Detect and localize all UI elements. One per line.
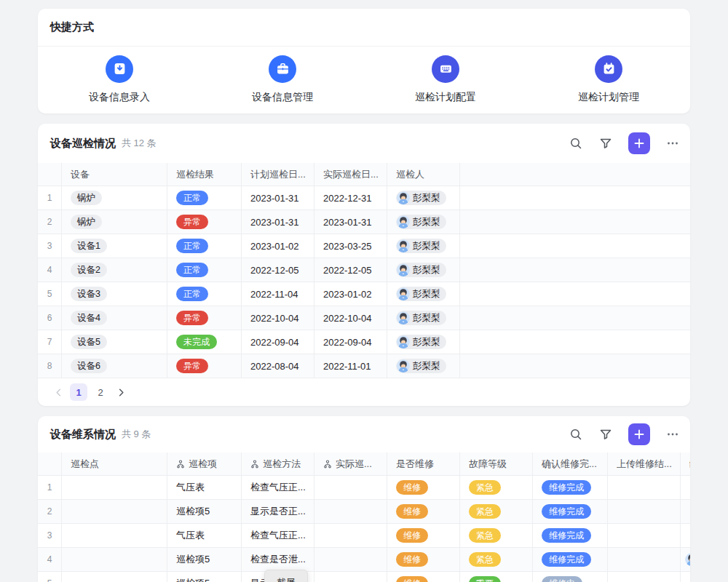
status-badge: 重要 [469,576,501,582]
next-page-icon[interactable] [114,383,128,401]
maintenance-title: 设备维系情况 [50,428,116,442]
shortcuts-row: 设备信息录入 设备信息管理 巡检计划配置 巡检计划管理 [38,47,690,112]
status-badge: 紧急 [469,528,501,543]
column-header-label: 故障等级 [469,458,507,471]
person-tag: 彭梨梨 [396,287,446,301]
shortcut-plan-manage[interactable]: 巡检计划管理 [527,55,690,104]
person-tag: 彭梨梨 [396,191,446,205]
table-row[interactable]: 4设备2正常2022-12-052022-12-05彭梨梨 [38,258,690,282]
badge-cell: 紧急 [460,476,533,499]
person-tag: 彭梨梨 [396,239,446,253]
column-header: 上传维修结... [608,453,681,475]
status-badge: 正常 [176,263,208,277]
filter-icon[interactable] [598,427,613,442]
badge-cell: 维修完成 [533,548,608,571]
table-row[interactable]: 2巡检项5显示是否正...维修紧急维修完成 [38,500,690,524]
avatar [397,287,410,300]
shortcut-device-manage[interactable]: 设备信息管理 [201,55,364,104]
table-row[interactable]: 1锅炉正常2023-01-312022-12-31彭梨梨 [38,186,690,210]
filler-cell [460,234,690,258]
search-icon[interactable] [569,136,583,151]
status-badge: 紧急 [469,552,501,567]
badge-cell: 维修中 [533,572,608,582]
status-badge: 紧急 [469,504,501,519]
text-cell: 2022-11-01 [314,354,387,378]
column-header-label: 计划巡检日... [250,168,306,181]
filler-cell [460,330,690,354]
person-name: 彭梨梨 [413,360,440,372]
table-row[interactable]: 8设备6异常2022-08-042022-11-01彭梨梨 [38,354,690,378]
add-record-button[interactable] [628,132,650,154]
more-icon[interactable] [665,136,680,151]
status-badge: 正常 [176,239,208,253]
column-header: 实际巡检日... [314,163,387,186]
badge-cell: 正常 [167,234,242,258]
badge-cell: 正常 [167,282,242,306]
status-badge: 维修完成 [542,504,591,519]
filter-icon[interactable] [598,136,613,151]
table-row[interactable]: 3设备1正常2023-01-022023-03-25彭梨梨 [38,234,690,258]
person-cell: 彭梨梨 [387,186,460,210]
text-cell: 2023-01-02 [314,282,387,306]
table-row[interactable]: 6设备4异常2022-10-042022-10-04彭梨梨 [38,306,690,330]
search-icon[interactable] [569,427,583,442]
status-badge: 正常 [176,287,208,301]
person-name: 彭梨梨 [413,216,440,228]
column-header: 巡检点 [62,453,167,475]
shortcut-plan-config[interactable]: 巡检计划配置 [364,55,527,104]
person-tag: 彭梨梨 [396,263,446,277]
empty-cell [608,548,681,571]
status-badge: 维修 [396,480,428,495]
tag-cell: 设备3 [62,282,167,306]
badge-cell: 维修 [387,500,460,523]
table-row[interactable]: 4巡检项5检查是否泄...维修紧急维修完成 [38,548,690,572]
column-header-label: 确认维修完... [542,458,597,471]
avatar [397,239,410,252]
empty-cell [314,548,387,571]
text-cell: 巡检项5 [167,548,242,571]
column-header: 巡检结果 [167,163,242,186]
inspection-card-header: 设备巡检情况 共 12 条 [38,124,690,163]
row-number: 1 [38,186,62,210]
table-row[interactable]: 1气压表检查气压正...维修紧急维修完成 [38,476,690,500]
badge-cell: 异常 [167,354,242,378]
tag-cell: 设备1 [62,234,167,258]
table-row[interactable]: 2锅炉异常2023-01-312023-01-31彭梨梨 [38,210,690,234]
text-cell: 显示是否正... [242,500,314,523]
text-cell: 2023-01-31 [242,186,314,210]
page-button-2[interactable]: 2 [92,383,109,401]
table-row[interactable]: 5巡检项5显示是否正...维修重要维修中 [38,572,690,582]
column-header: 确认维修完... [533,453,608,475]
table-row[interactable]: 3气压表检查气压正...维修紧急维修完成 [38,524,690,548]
option-tag: 设备3 [71,287,107,301]
row-number-header [38,163,62,186]
column-header-label: 巡检人 [396,168,424,181]
table-header-row: 设备巡检结果计划巡检日...实际巡检日...巡检人 [38,163,690,186]
avatar [685,553,690,566]
shortcut-device-entry[interactable]: 设备信息录入 [38,55,201,104]
table-row[interactable]: 5设备3正常2022-11-042023-01-02彭梨梨 [38,282,690,306]
option-tag: 锅炉 [71,191,102,205]
empty-cell [62,500,167,523]
column-header-label: 巡检方法 [263,458,301,471]
person-cell: 彭梨梨 [387,330,460,354]
table-row[interactable]: 7设备5未完成2022-09-042022-09-04彭梨梨 [38,330,690,354]
empty-cell [62,572,167,582]
badge-cell: 紧急 [460,524,533,547]
status-badge: 维修 [396,504,428,519]
briefcase-icon [269,55,296,83]
status-badge: 异常 [176,215,208,229]
status-badge: 正常 [176,191,208,205]
more-icon[interactable] [665,427,680,442]
text-cell: 气压表 [167,524,242,547]
row-number: 8 [38,354,62,378]
badge-cell: 维修 [387,572,460,582]
empty-cell [608,500,681,523]
device-entry-icon [106,55,133,83]
badge-cell: 未完成 [167,330,242,354]
prev-page-icon[interactable] [51,383,66,401]
person-name: 彭梨梨 [413,336,440,348]
add-record-button[interactable] [628,423,650,445]
page-button-1[interactable]: 1 [70,383,87,401]
text-cell: 2023-01-31 [242,210,314,234]
